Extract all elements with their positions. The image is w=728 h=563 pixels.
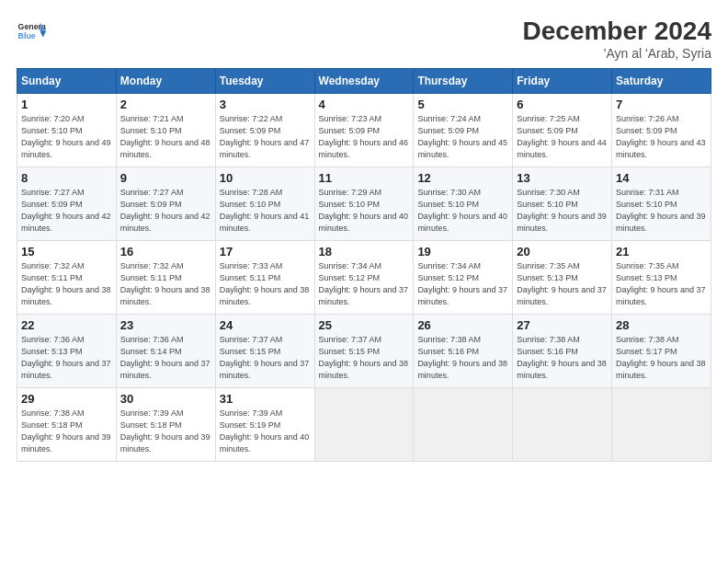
calendar-cell: 8Sunrise: 7:27 AMSunset: 5:09 PMDaylight… xyxy=(17,167,117,241)
calendar-cell: 17Sunrise: 7:33 AMSunset: 5:11 PMDayligh… xyxy=(215,241,314,315)
calendar-cell: 7Sunrise: 7:26 AMSunset: 5:09 PMDaylight… xyxy=(612,94,711,167)
day-info: Sunrise: 7:35 AMSunset: 5:13 PMDaylight:… xyxy=(616,260,707,308)
calendar-week-row: 29Sunrise: 7:38 AMSunset: 5:18 PMDayligh… xyxy=(17,388,711,462)
day-number: 30 xyxy=(120,392,211,406)
calendar-cell: 31Sunrise: 7:39 AMSunset: 5:19 PMDayligh… xyxy=(215,388,314,462)
day-number: 3 xyxy=(220,98,311,111)
day-info: Sunrise: 7:37 AMSunset: 5:15 PMDaylight:… xyxy=(220,334,311,382)
day-info: Sunrise: 7:23 AMSunset: 5:09 PMDaylight:… xyxy=(319,113,410,161)
day-number: 23 xyxy=(120,318,211,332)
day-info: Sunrise: 7:30 AMSunset: 5:10 PMDaylight:… xyxy=(417,187,508,235)
day-info: Sunrise: 7:26 AMSunset: 5:09 PMDaylight:… xyxy=(616,113,707,161)
weekday-header: Saturday xyxy=(612,69,711,94)
day-info: Sunrise: 7:37 AMSunset: 5:15 PMDaylight:… xyxy=(319,334,410,382)
day-info: Sunrise: 7:32 AMSunset: 5:11 PMDaylight:… xyxy=(21,260,112,308)
day-info: Sunrise: 7:30 AMSunset: 5:10 PMDaylight:… xyxy=(517,187,608,235)
day-number: 13 xyxy=(517,171,608,185)
day-info: Sunrise: 7:31 AMSunset: 5:10 PMDaylight:… xyxy=(616,187,707,235)
day-info: Sunrise: 7:21 AMSunset: 5:10 PMDaylight:… xyxy=(120,113,211,161)
calendar-cell: 4Sunrise: 7:23 AMSunset: 5:09 PMDaylight… xyxy=(314,94,414,167)
day-info: Sunrise: 7:39 AMSunset: 5:19 PMDaylight:… xyxy=(220,408,311,455)
calendar-cell: 25Sunrise: 7:37 AMSunset: 5:15 PMDayligh… xyxy=(314,315,414,388)
day-number: 9 xyxy=(120,171,211,185)
day-number: 1 xyxy=(21,98,112,111)
day-number: 10 xyxy=(220,171,311,185)
calendar-cell: 1Sunrise: 7:20 AMSunset: 5:10 PMDaylight… xyxy=(17,94,117,167)
calendar-cell: 18Sunrise: 7:34 AMSunset: 5:12 PMDayligh… xyxy=(314,241,414,315)
calendar-cell: 9Sunrise: 7:27 AMSunset: 5:09 PMDaylight… xyxy=(116,167,215,241)
calendar-cell: 16Sunrise: 7:32 AMSunset: 5:11 PMDayligh… xyxy=(116,241,215,315)
calendar-cell xyxy=(314,388,414,462)
day-info: Sunrise: 7:36 AMSunset: 5:14 PMDaylight:… xyxy=(120,334,211,382)
calendar-cell: 6Sunrise: 7:25 AMSunset: 5:09 PMDaylight… xyxy=(513,94,612,167)
day-number: 2 xyxy=(120,98,211,111)
day-info: Sunrise: 7:36 AMSunset: 5:13 PMDaylight:… xyxy=(21,334,112,382)
day-info: Sunrise: 7:29 AMSunset: 5:10 PMDaylight:… xyxy=(319,187,410,235)
day-info: Sunrise: 7:24 AMSunset: 5:09 PMDaylight:… xyxy=(417,113,508,161)
calendar-cell: 13Sunrise: 7:30 AMSunset: 5:10 PMDayligh… xyxy=(513,167,612,241)
calendar-cell xyxy=(414,388,513,462)
calendar-cell: 10Sunrise: 7:28 AMSunset: 5:10 PMDayligh… xyxy=(215,167,314,241)
day-info: Sunrise: 7:28 AMSunset: 5:10 PMDaylight:… xyxy=(220,187,311,235)
day-number: 4 xyxy=(319,98,410,111)
day-info: Sunrise: 7:32 AMSunset: 5:11 PMDaylight:… xyxy=(120,260,211,308)
calendar-cell: 23Sunrise: 7:36 AMSunset: 5:14 PMDayligh… xyxy=(116,315,215,388)
day-info: Sunrise: 7:39 AMSunset: 5:18 PMDaylight:… xyxy=(120,408,211,455)
day-info: Sunrise: 7:20 AMSunset: 5:10 PMDaylight:… xyxy=(21,113,112,161)
day-number: 24 xyxy=(220,318,311,332)
day-number: 15 xyxy=(21,245,112,259)
day-info: Sunrise: 7:27 AMSunset: 5:09 PMDaylight:… xyxy=(21,187,112,235)
day-number: 11 xyxy=(319,171,410,185)
day-info: Sunrise: 7:34 AMSunset: 5:12 PMDaylight:… xyxy=(417,260,508,308)
month-title: December 2024 xyxy=(523,17,711,46)
day-number: 25 xyxy=(319,318,410,332)
calendar-cell: 22Sunrise: 7:36 AMSunset: 5:13 PMDayligh… xyxy=(17,315,117,388)
day-info: Sunrise: 7:22 AMSunset: 5:09 PMDaylight:… xyxy=(220,113,311,161)
calendar-cell: 11Sunrise: 7:29 AMSunset: 5:10 PMDayligh… xyxy=(314,167,414,241)
day-number: 20 xyxy=(517,245,608,259)
calendar-cell: 5Sunrise: 7:24 AMSunset: 5:09 PMDaylight… xyxy=(414,94,513,167)
day-number: 12 xyxy=(417,171,508,185)
calendar-table: SundayMondayTuesdayWednesdayThursdayFrid… xyxy=(17,68,711,462)
svg-marker-3 xyxy=(40,31,46,37)
header-row: SundayMondayTuesdayWednesdayThursdayFrid… xyxy=(17,69,711,94)
calendar-cell: 21Sunrise: 7:35 AMSunset: 5:13 PMDayligh… xyxy=(612,241,711,315)
day-info: Sunrise: 7:38 AMSunset: 5:16 PMDaylight:… xyxy=(417,334,508,382)
calendar-cell: 30Sunrise: 7:39 AMSunset: 5:18 PMDayligh… xyxy=(116,388,215,462)
header: General Blue December 2024 'Ayn al 'Arab… xyxy=(17,17,711,61)
calendar-cell: 12Sunrise: 7:30 AMSunset: 5:10 PMDayligh… xyxy=(414,167,513,241)
day-number: 16 xyxy=(120,245,211,259)
day-number: 29 xyxy=(21,392,112,406)
day-info: Sunrise: 7:27 AMSunset: 5:09 PMDaylight:… xyxy=(120,187,211,235)
calendar-cell: 19Sunrise: 7:34 AMSunset: 5:12 PMDayligh… xyxy=(414,241,513,315)
day-info: Sunrise: 7:38 AMSunset: 5:17 PMDaylight:… xyxy=(616,334,707,382)
logo-icon: General Blue xyxy=(17,17,46,46)
day-number: 14 xyxy=(616,171,707,185)
day-info: Sunrise: 7:25 AMSunset: 5:09 PMDaylight:… xyxy=(517,113,608,161)
day-number: 26 xyxy=(417,318,508,332)
calendar-cell: 28Sunrise: 7:38 AMSunset: 5:17 PMDayligh… xyxy=(612,315,711,388)
day-info: Sunrise: 7:34 AMSunset: 5:12 PMDaylight:… xyxy=(319,260,410,308)
day-number: 6 xyxy=(517,98,608,111)
day-number: 28 xyxy=(616,318,707,332)
day-number: 31 xyxy=(220,392,311,406)
calendar-cell: 27Sunrise: 7:38 AMSunset: 5:16 PMDayligh… xyxy=(513,315,612,388)
calendar-cell: 26Sunrise: 7:38 AMSunset: 5:16 PMDayligh… xyxy=(414,315,513,388)
calendar-cell: 3Sunrise: 7:22 AMSunset: 5:09 PMDaylight… xyxy=(215,94,314,167)
page: General Blue December 2024 'Ayn al 'Arab… xyxy=(0,0,728,563)
day-info: Sunrise: 7:33 AMSunset: 5:11 PMDaylight:… xyxy=(220,260,311,308)
day-number: 18 xyxy=(319,245,410,259)
weekday-header: Tuesday xyxy=(215,69,314,94)
day-number: 17 xyxy=(220,245,311,259)
day-info: Sunrise: 7:38 AMSunset: 5:16 PMDaylight:… xyxy=(517,334,608,382)
calendar-week-row: 1Sunrise: 7:20 AMSunset: 5:10 PMDaylight… xyxy=(17,94,711,167)
calendar-cell: 14Sunrise: 7:31 AMSunset: 5:10 PMDayligh… xyxy=(612,167,711,241)
weekday-header: Wednesday xyxy=(314,69,414,94)
title-block: December 2024 'Ayn al 'Arab, Syria xyxy=(523,17,711,61)
calendar-cell: 29Sunrise: 7:38 AMSunset: 5:18 PMDayligh… xyxy=(17,388,117,462)
day-info: Sunrise: 7:35 AMSunset: 5:13 PMDaylight:… xyxy=(517,260,608,308)
calendar-cell: 20Sunrise: 7:35 AMSunset: 5:13 PMDayligh… xyxy=(513,241,612,315)
day-info: Sunrise: 7:38 AMSunset: 5:18 PMDaylight:… xyxy=(21,408,112,455)
calendar-cell xyxy=(612,388,711,462)
day-number: 22 xyxy=(21,318,112,332)
